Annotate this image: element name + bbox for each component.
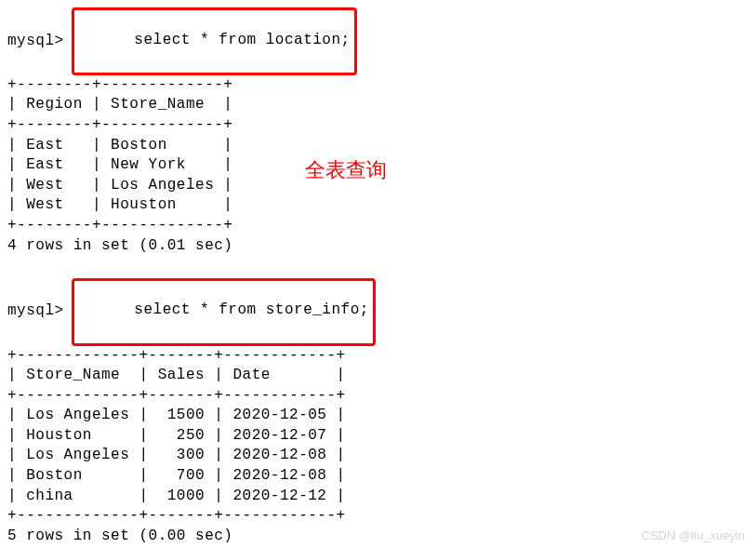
table-row: | china | 1000 | 2020-12-12 |: [7, 487, 749, 507]
table-row: | Los Angeles | 1500 | 2020-12-05 |: [7, 406, 749, 426]
query2-prompt-row: mysql> select * from store_info;: [7, 278, 749, 346]
query1-footer: 4 rows in set (0.01 sec): [7, 236, 749, 257]
query1-header: | Region | Store_Name |: [7, 95, 749, 115]
query2-block: mysql> select * from store_info; +------…: [7, 278, 749, 547]
table-row: | West | Houston |: [7, 195, 749, 216]
query1-block: mysql> select * from location; +--------…: [7, 7, 749, 256]
table-row: | Los Angeles | 300 | 2020-12-08 |: [7, 446, 749, 466]
table-row: | Houston | 250 | 2020-12-07 |: [7, 426, 749, 447]
query2-sql-highlight: select * from store_info;: [72, 278, 376, 346]
query2-footer: 5 rows in set (0.00 sec): [7, 527, 749, 547]
query2-border-top: +-------------+-------+------------+: [7, 346, 749, 367]
query2-header: | Store_Name | Sales | Date |: [7, 366, 749, 386]
query2-border-mid: +-------------+-------+------------+: [7, 386, 749, 407]
mysql-prompt: mysql>: [7, 32, 73, 52]
annotation-full-table-query: 全表查询: [305, 156, 387, 184]
watermark: CSDN @liu_xueyin: [642, 528, 745, 544]
query1-border-top: +--------+-------------+: [7, 75, 749, 96]
query2-border-bot: +-------------+-------+------------+: [7, 506, 749, 527]
query2-sql: select * from store_info;: [134, 301, 369, 318]
query1-prompt-row: mysql> select * from location;: [7, 7, 749, 75]
mysql-prompt: mysql>: [7, 301, 73, 322]
query1-sql-highlight: select * from location;: [72, 7, 357, 75]
query1-sql: select * from location;: [134, 32, 350, 48]
query1-border-mid: +--------+-------------+: [7, 115, 749, 136]
table-row: | East | Boston |: [7, 136, 749, 156]
query1-border-bot: +--------+-------------+: [7, 216, 749, 236]
table-row: | Boston | 700 | 2020-12-08 |: [7, 466, 749, 487]
